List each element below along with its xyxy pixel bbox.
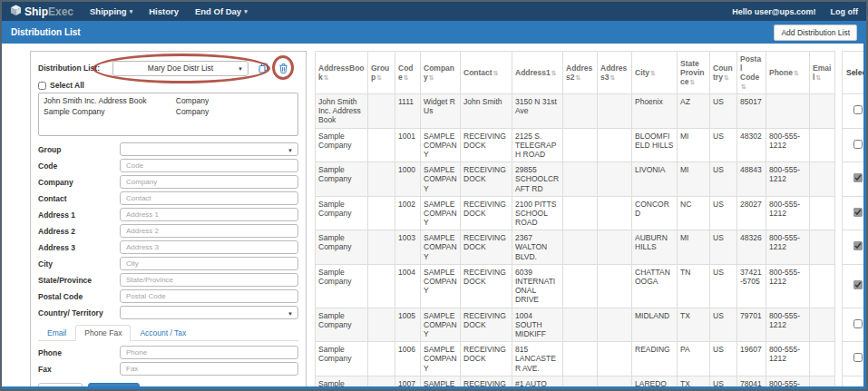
phone-label: Phone [38, 348, 120, 357]
filter-input[interactable] [120, 224, 298, 238]
table-row: John Smith Inc. Address Book 1111 Widget… [316, 94, 867, 129]
row-select-checkbox[interactable] [853, 241, 863, 250]
table-row: Sample Company 1000 SAMPLE COMPANY RECEI… [316, 162, 867, 197]
fax-input[interactable] [120, 362, 298, 376]
filter-input[interactable] [120, 289, 298, 303]
filter-input[interactable] [120, 257, 298, 270]
row-select-checkbox[interactable] [853, 208, 863, 217]
filter-input[interactable] [120, 208, 298, 221]
row-select-checkbox[interactable] [853, 173, 863, 182]
column-header[interactable]: Group⇅ [368, 52, 395, 94]
column-header[interactable]: Address2⇅ [563, 52, 598, 94]
column-header[interactable]: Email⇅ [810, 52, 835, 94]
table-row: Sample Company 1004 SAMPLE COMPANY RECEI… [316, 264, 867, 308]
navbar-menu-item[interactable]: Shipping ▾ [90, 6, 132, 16]
listbox-item[interactable]: John Smith Inc. Address Book Company [42, 95, 295, 106]
sort-icon: ⇅ [794, 70, 799, 76]
table-row: Sample Company 1003 SAMPLE COMPANY RECEI… [316, 230, 867, 265]
table-row: Sample Company 1006 SAMPLE COMPANY RECEI… [316, 342, 867, 376]
navbar-menu-item[interactable]: History [149, 6, 179, 16]
filter-input[interactable] [120, 240, 298, 254]
distribution-list-label: Distribution List: [38, 64, 100, 73]
sort-icon: ⇅ [575, 74, 580, 81]
filter-input[interactable] [120, 159, 298, 172]
contact-tabs: Email Phone Fax Account / Tax [38, 325, 298, 341]
distribution-list-select[interactable]: Mary Doe Distr List ▼ [112, 61, 249, 76]
country-select[interactable]: ▼ [120, 306, 298, 319]
caret-down-icon: ▼ [288, 311, 293, 317]
filter-field-row: Company [38, 175, 298, 189]
filter-field-row: City [38, 257, 298, 270]
sort-icon: ⇅ [815, 74, 821, 81]
select-all-checkbox[interactable] [38, 82, 46, 90]
filter-input[interactable] [120, 175, 298, 189]
listbox-item[interactable]: Sample Company Company [42, 106, 295, 117]
sort-icon: ⇅ [741, 83, 746, 90]
filter-input[interactable] [120, 191, 298, 205]
add-distribution-list-button[interactable]: Add Distribution List [774, 24, 857, 41]
brand-name-ship: Ship [24, 5, 48, 18]
window-frame: ShipExec Shipping ▾ History End Of Day ▾ [0, 0, 868, 391]
filter-tab[interactable]: Email [38, 325, 75, 341]
address-table: AddressBook⇅ Group⇅ Code⇅ [315, 51, 866, 389]
search-fields: Code Company Contact Address 1 [38, 159, 298, 303]
caret-down-icon: ▼ [288, 148, 293, 153]
column-header[interactable]: AddressBook⇅ [316, 52, 368, 94]
row-select-checkbox[interactable] [853, 280, 863, 289]
filter-tab[interactable]: Account / Tax [131, 325, 195, 341]
filter-field-row: Address 1 [38, 208, 298, 221]
sort-icon: ⇅ [610, 74, 615, 81]
row-select-checkbox[interactable] [853, 105, 863, 114]
column-header[interactable]: State Province⇅ [678, 52, 710, 94]
sort-icon: ⇅ [324, 74, 329, 81]
brand-name-exec: Exec [48, 5, 73, 18]
column-header[interactable]: Country⇅ [710, 52, 737, 94]
filter-field-row: Address 2 [38, 224, 298, 238]
sort-icon: ⇅ [551, 70, 557, 76]
filter-field-row: Postal Code [38, 289, 298, 303]
filter-input[interactable] [120, 273, 298, 287]
column-header[interactable]: Company⇅ [421, 52, 461, 94]
row-select-checkbox[interactable] [853, 353, 863, 362]
column-header[interactable]: Code⇅ [395, 52, 421, 94]
address-table-panel: AddressBook⇅ Group⇅ Code⇅ [315, 51, 859, 389]
main-content: Distribution List: Mary Doe Distr List ▼ [2, 44, 866, 389]
group-select[interactable]: ▼ [120, 142, 298, 156]
filter-tab[interactable]: Phone Fax [75, 325, 131, 341]
copy-list-icon[interactable] [258, 62, 269, 74]
column-header[interactable]: Phone⇅ [766, 52, 810, 94]
user-greeting[interactable]: Hello user@ups.com! [732, 7, 815, 16]
row-select-checkbox[interactable] [853, 140, 863, 149]
sort-icon: ⇅ [493, 70, 499, 76]
log-off-link[interactable]: Log off [831, 7, 859, 16]
page-title: Distribution List [11, 27, 81, 37]
sort-icon: ⇅ [650, 70, 656, 76]
row-select-checkbox[interactable] [853, 319, 863, 328]
sort-icon: ⇅ [724, 74, 729, 81]
window-right-edge [863, 44, 866, 389]
brand-logo[interactable]: ShipExec [10, 5, 73, 19]
address-book-listbox: John Smith Inc. Address Book Company Sam… [38, 93, 298, 136]
sort-icon: ⇅ [689, 79, 695, 85]
country-label: Country/ Territory [38, 308, 120, 318]
table-header-row: AddressBook⇅ Group⇅ Code⇅ [316, 52, 867, 94]
filter-field-row: State/Province [38, 273, 298, 287]
column-header[interactable]: Address1⇅ [512, 52, 563, 94]
top-navbar: ShipExec Shipping ▾ History End Of Day ▾ [2, 2, 866, 21]
delete-list-icon[interactable] [278, 62, 289, 74]
fax-label: Fax [38, 365, 120, 374]
column-header[interactable]: Address3⇅ [598, 52, 632, 94]
column-header[interactable]: Contact⇅ [461, 52, 512, 94]
navbar-menu-item[interactable]: End Of Day ▾ [195, 6, 248, 16]
column-header[interactable]: Postal Code⇅ [737, 52, 766, 94]
sort-icon: ⇅ [429, 74, 434, 81]
column-header[interactable]: City⇅ [632, 52, 678, 94]
filter-field-row: Address 3 [38, 240, 298, 254]
cube-icon [10, 5, 22, 19]
caret-down-icon: ▾ [244, 8, 248, 15]
table-row: Sample Company 1002 SAMPLE COMPANY RECEI… [316, 196, 867, 230]
phone-input[interactable] [120, 346, 298, 359]
filter-field-row: Contact [38, 191, 298, 205]
table-row: Sample Company 1001 SAMPLE COMPANY RECEI… [316, 128, 867, 162]
table-row: Sample Company 1005 SAMPLE COMPANY RECEI… [316, 308, 867, 342]
